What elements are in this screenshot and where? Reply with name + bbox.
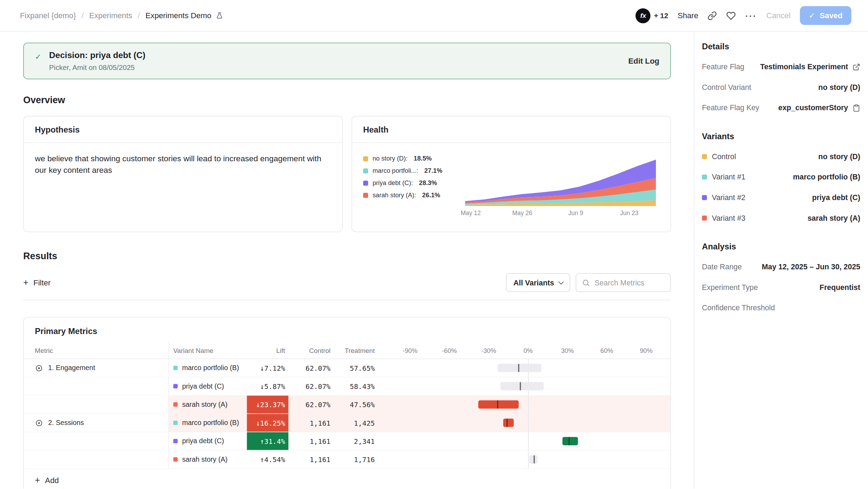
metric-row[interactable]: priya debt (C) ↑31.4% 1,161 2,341 [24, 432, 670, 451]
date-range-label: Date Range [702, 263, 742, 271]
feature-flag-value[interactable]: Testimonials Experiment [760, 63, 848, 71]
control-value: 1,161 [288, 437, 334, 445]
saved-button[interactable]: ✓ Saved [800, 6, 851, 25]
confidence-threshold-label: Confidence Threshold [702, 304, 775, 312]
check-icon: ✓ [35, 52, 42, 61]
confidence-threshold-row: Confidence Threshold [702, 298, 860, 318]
metric-row[interactable]: 2. Sessions marco portfolio (B) ↓16.25% … [24, 414, 670, 432]
metric-row[interactable]: sarah story (A) ↓23.37% 62.07% 47.56% [24, 396, 670, 414]
confidence-interval-bar [397, 432, 659, 450]
copy-link-icon[interactable] [708, 11, 717, 20]
treatment-value: 1,425 [334, 419, 378, 427]
health-chart: May 12May 26Jun 9Jun 23 [465, 150, 659, 221]
collaborators[interactable]: fx + 12 [636, 8, 668, 23]
breadcrumb-item-experiments[interactable]: Experiments [89, 11, 132, 20]
col-metric: Metric [24, 342, 169, 359]
health-legend: no story (D): 18.5% marco portfoli...: 2… [363, 150, 462, 221]
add-filter-button[interactable]: + Filter [23, 278, 51, 288]
variant-color-swatch [702, 175, 707, 179]
variant-label: Variant #3 [712, 214, 745, 222]
feature-flag-key-label: Feature Flag Key [702, 104, 759, 112]
feature-flag-row: Feature Flag Testimonials Experiment [702, 57, 860, 77]
experiment-type-value: Frequentist [819, 283, 860, 292]
add-metric-button[interactable]: + Add [35, 475, 59, 486]
plus-icon: + [23, 278, 29, 288]
variant-color-swatch [173, 366, 178, 370]
results-divider [23, 300, 671, 300]
legend-item: no story (D): 18.5% [363, 155, 462, 162]
breadcrumb-item-current: Experiments Demo [145, 11, 223, 20]
app: Fixpanel {demo} / Experiments / Experime… [0, 0, 868, 489]
date-range-row: Date Range May 12, 2025 – Jun 30, 2025 [702, 256, 860, 277]
variant-row: Variant #2 priya debt (C) [702, 187, 860, 208]
more-options-icon[interactable]: ··· [745, 11, 757, 20]
results-heading: Results [23, 251, 671, 262]
legend-item: sarah story (A): 26.1% [363, 192, 462, 198]
filter-label: Filter [34, 278, 51, 287]
legend-item: priya debt (C): 28.3% [363, 179, 462, 186]
legend-label: marco portfoli...: [372, 167, 418, 174]
variant-color-swatch [173, 457, 178, 462]
details-section: Details Feature Flag Testimonials Experi… [702, 42, 860, 118]
clipboard-copy-icon[interactable] [853, 104, 860, 112]
ci-axis: -90%-60%-30%0%30%60%90% [397, 342, 659, 359]
cancel-button[interactable]: Cancel [766, 11, 790, 20]
results-toolbar: + Filter All Variants [23, 273, 671, 292]
legend-value: 18.5% [414, 155, 432, 162]
metric-name: 2. Sessions [48, 419, 84, 427]
hypothesis-title: Hypothesis [24, 116, 342, 143]
top-bar: Fixpanel {demo} / Experiments / Experime… [0, 0, 868, 31]
variants-section: Variants Control no story (D) Variant #1… [702, 131, 860, 228]
legend-swatch [363, 180, 368, 185]
variant-name: priya debt (C) [182, 382, 224, 390]
variant-label: Variant #1 [712, 173, 745, 181]
variant-color-swatch [173, 439, 178, 444]
external-link-icon[interactable] [853, 63, 860, 71]
metric-target-icon [35, 364, 43, 372]
main-panel: ✓ Decision: priya debt (C) Picker, Amit … [0, 31, 694, 489]
primary-metrics-title: Primary Metrics [24, 326, 670, 342]
control-variant-value: no story (D) [818, 83, 860, 92]
health-chart-svg [465, 156, 656, 206]
col-lift: Lift [247, 347, 289, 354]
metric-row[interactable]: 1. Engagement marco portfolio (B) ↓7.12%… [24, 359, 670, 377]
search-metrics-box[interactable] [576, 273, 671, 292]
share-button[interactable]: Share [678, 11, 698, 20]
metric-row[interactable]: sarah story (A) ↑4.54% 1,161 1,716 [24, 451, 670, 469]
decision-title: Decision: priya debt (C) [49, 50, 146, 61]
variant-label: Control [712, 153, 736, 161]
check-icon: ✓ [809, 11, 816, 20]
variant-color-swatch [173, 384, 178, 389]
variant-color-swatch [702, 195, 707, 200]
legend-swatch [363, 168, 368, 173]
edit-log-button[interactable]: Edit Log [628, 57, 659, 65]
control-variant-label: Control Variant [702, 83, 751, 92]
breadcrumb-item-workspace[interactable]: Fixpanel {demo} [20, 11, 76, 20]
variant-color-swatch [173, 420, 178, 425]
control-value: 62.07% [288, 382, 334, 390]
variant-color-swatch [173, 402, 178, 407]
legend-value: 27.1% [424, 167, 442, 174]
search-metrics-input[interactable] [594, 278, 665, 287]
header-actions: fx + 12 Share ··· Cancel ✓ Saved [636, 6, 851, 25]
treatment-value: 57.65% [334, 364, 378, 372]
lift-value: ↓23.37% [247, 396, 289, 413]
avatar[interactable]: fx [636, 8, 651, 23]
health-x-labels: May 12May 26Jun 9Jun 23 [465, 210, 656, 217]
variants-heading: Variants [702, 131, 860, 141]
hypothesis-card: Hypothesis we believe that showing custo… [23, 116, 343, 232]
variant-label: Variant #2 [712, 193, 745, 202]
treatment-value: 58.43% [334, 382, 378, 390]
favorite-heart-icon[interactable] [726, 11, 736, 20]
control-value: 62.07% [288, 364, 334, 372]
search-icon [582, 278, 590, 287]
variant-row: Control no story (D) [702, 146, 860, 167]
confidence-interval-bar [397, 359, 659, 377]
experiment-type-label: Experiment Type [702, 283, 758, 292]
decision-subtitle: Picker, Amit on 08/05/2025 [49, 63, 146, 72]
variants-filter-dropdown[interactable]: All Variants [506, 273, 570, 292]
experiment-type-row: Experiment Type Frequentist [702, 277, 860, 298]
metric-row[interactable]: priya debt (C) ↓5.87% 62.07% 58.43% [24, 377, 670, 396]
control-value: 1,161 [288, 419, 334, 427]
legend-swatch [363, 156, 368, 161]
